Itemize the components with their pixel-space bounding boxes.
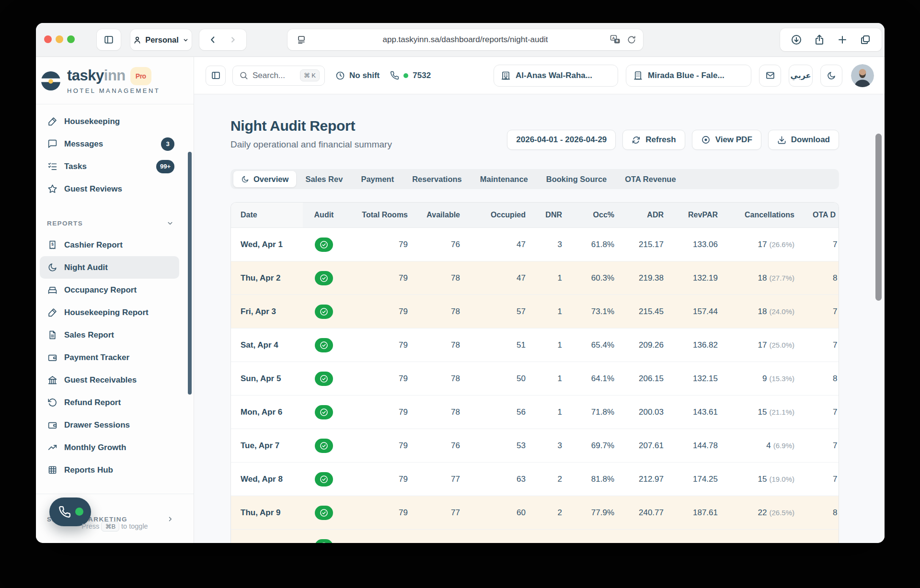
sidebar-item-night-audit[interactable]: Night Audit bbox=[40, 256, 179, 279]
dark-mode-button[interactable] bbox=[820, 65, 842, 87]
table-row[interactable]: Wed, Apr 1797647361.8%215.17133.0617(26.… bbox=[231, 228, 839, 261]
cell-dnr: 2 bbox=[526, 463, 562, 496]
downloads-icon[interactable] bbox=[791, 34, 802, 45]
moon-icon bbox=[241, 175, 249, 183]
new-tab-icon[interactable] bbox=[837, 34, 848, 45]
search-input[interactable]: Search... ⌘ K bbox=[232, 66, 325, 86]
profile-menu-button[interactable]: Personal bbox=[130, 29, 192, 50]
sidebar-item-label: Messages bbox=[64, 139, 103, 149]
cancellation-pct: (24.0%) bbox=[769, 307, 794, 316]
tab-overview[interactable]: Overview bbox=[233, 171, 296, 187]
cell-available: 76 bbox=[408, 429, 460, 462]
sidebar-item-drawer-sessions[interactable]: Drawer Sessions bbox=[40, 414, 179, 436]
sidebar-item-guest-reviews[interactable]: Guest Reviews bbox=[40, 178, 179, 200]
cell-ota: 8 bbox=[794, 496, 839, 529]
tab-overview-icon[interactable] bbox=[860, 34, 871, 45]
cell-ota: 7 bbox=[794, 463, 839, 496]
chat-icon bbox=[47, 139, 58, 149]
sidebar-item-payment-tracker[interactable]: Payment Tracker bbox=[40, 346, 179, 369]
table-row[interactable]: Sat, Apr 4797851165.4%209.26136.8217(25.… bbox=[231, 328, 839, 362]
app-sidebar-toggle-button[interactable] bbox=[206, 66, 226, 86]
download-button[interactable]: Download bbox=[768, 130, 839, 150]
minimize-window-button[interactable] bbox=[56, 35, 63, 43]
tab-reservations[interactable]: Reservations bbox=[403, 171, 471, 187]
table-row[interactable]: Thu, Apr 9797760277.9%240.77187.6122(26.… bbox=[231, 496, 839, 529]
sidebar-item-tasks[interactable]: Tasks99+ bbox=[40, 155, 179, 178]
shift-status[interactable]: No shift bbox=[335, 71, 380, 80]
view-pdf-button[interactable]: View PDF bbox=[692, 130, 761, 150]
brand-name-secondary: inn bbox=[104, 67, 126, 84]
cell-date: Wed, Apr 1 bbox=[231, 228, 303, 261]
sidebar-item-cashier-report[interactable]: $Cashier Report bbox=[40, 234, 179, 256]
eye-icon bbox=[701, 135, 711, 145]
sidebar-scrollbar[interactable] bbox=[188, 152, 192, 395]
table-row[interactable]: Wed, Apr 8797763281.8%212.97174.2515(19.… bbox=[231, 462, 839, 496]
cancellation-pct: (26.5%) bbox=[769, 509, 794, 517]
cell-occupied: 60 bbox=[460, 496, 526, 529]
cell-available: 78 bbox=[408, 328, 460, 362]
wallet-icon bbox=[47, 352, 58, 362]
date-range-button[interactable]: 2026-04-01 - 2026-04-29 bbox=[507, 130, 616, 150]
url-bar[interactable]: app.taskyinn.sa/dashboard/reports/night-… bbox=[288, 29, 643, 50]
organization-select[interactable]: Al-Anas Wal-Raha... bbox=[494, 65, 618, 87]
language-toggle-button[interactable]: عربي bbox=[789, 65, 813, 87]
tab-payment[interactable]: Payment bbox=[352, 171, 403, 187]
tab-booking-source[interactable]: Booking Source bbox=[537, 171, 616, 187]
bank-icon bbox=[47, 375, 58, 385]
forward-icon[interactable] bbox=[228, 34, 238, 45]
star-icon bbox=[47, 184, 58, 194]
cell-dnr: 1 bbox=[526, 295, 562, 328]
table-row[interactable]: Sun, Apr 5797850164.1%206.15132.159(15.3… bbox=[231, 362, 839, 395]
tab-maintenance[interactable]: Maintenance bbox=[471, 171, 537, 187]
sidebar-item-housekeeping[interactable]: Housekeeping bbox=[40, 110, 179, 133]
sidebar-item-housekeeping-report[interactable]: Housekeeping Report bbox=[40, 301, 179, 324]
table-row[interactable]: Tue, Apr 7797653369.7%207.61144.784(6.9%… bbox=[231, 429, 839, 462]
moon-icon bbox=[47, 262, 58, 272]
reload-icon[interactable] bbox=[627, 35, 636, 45]
cell-adr: 209.26 bbox=[614, 328, 664, 362]
column-header-ota-d: OTA D bbox=[794, 203, 839, 227]
page-scrollbar[interactable] bbox=[875, 134, 882, 301]
tab-ota-revenue[interactable]: OTA Revenue bbox=[616, 171, 685, 187]
translate-icon[interactable]: A✱ bbox=[610, 34, 621, 45]
share-icon[interactable] bbox=[814, 34, 825, 45]
cell-dnr: 2 bbox=[526, 496, 562, 529]
brand-tagline: HOTEL MANAGEMENT bbox=[67, 87, 160, 94]
phone-extension[interactable]: 7532 bbox=[390, 71, 431, 80]
pro-badge: Pro bbox=[130, 67, 151, 85]
cell-adr: 212.97 bbox=[614, 463, 664, 496]
sidebar-item-label: Night Audit bbox=[64, 263, 108, 272]
cancellation-pct: (6.9%) bbox=[773, 441, 794, 450]
cell-adr: 215.45 bbox=[614, 295, 664, 328]
sidebar-item-reports-hub[interactable]: Reports Hub bbox=[40, 459, 179, 481]
zoom-window-button[interactable] bbox=[67, 35, 75, 43]
cell-cancellations: 15(19.0%) bbox=[718, 463, 794, 496]
reports-section-header[interactable]: REPORTS bbox=[40, 217, 179, 229]
cell-occupied: 56 bbox=[460, 396, 526, 429]
refresh-icon bbox=[632, 136, 641, 145]
table-row[interactable]: Thu, Apr 2797847160.3%219.38132.1918(27.… bbox=[231, 261, 839, 294]
close-window-button[interactable] bbox=[44, 35, 52, 43]
browser-sidebar-toggle-button[interactable] bbox=[97, 29, 121, 50]
messages-button[interactable] bbox=[759, 65, 781, 87]
cell-occ-pct: 71.8% bbox=[562, 396, 614, 429]
sidebar-item-guest-receivables[interactable]: Guest Receivables bbox=[40, 369, 179, 391]
table-row[interactable]: Fri, Apr 10 bbox=[231, 529, 839, 543]
table-row[interactable]: Fri, Apr 3797857173.1%215.45157.4418(24.… bbox=[231, 294, 839, 328]
sidebar-item-sales-report[interactable]: Sales Report bbox=[40, 324, 179, 346]
cell-available: 78 bbox=[408, 295, 460, 328]
tab-sales-rev[interactable]: Sales Rev bbox=[296, 171, 352, 187]
refresh-button[interactable]: Refresh bbox=[622, 130, 685, 150]
sidebar-item-messages[interactable]: Messages3 bbox=[40, 133, 179, 155]
sidebar-item-monthly-growth[interactable]: Monthly Growth bbox=[40, 436, 179, 459]
avatar[interactable] bbox=[851, 64, 874, 87]
sidebar-item-occupancy-report[interactable]: Occupancy Report bbox=[40, 279, 179, 301]
back-icon[interactable] bbox=[207, 34, 218, 45]
page-settings-icon[interactable] bbox=[296, 34, 307, 45]
page-subtitle: Daily operational and financial summary bbox=[230, 138, 392, 151]
checklist-icon bbox=[47, 161, 58, 171]
table-row[interactable]: Mon, Apr 6797856171.8%200.03143.6115(21.… bbox=[231, 395, 839, 429]
sidebar-item-refund-report[interactable]: Refund Report bbox=[40, 391, 179, 414]
cell-total-rooms: 79 bbox=[345, 496, 408, 529]
property-select[interactable]: Mirada Blue - Fale... bbox=[626, 65, 751, 87]
